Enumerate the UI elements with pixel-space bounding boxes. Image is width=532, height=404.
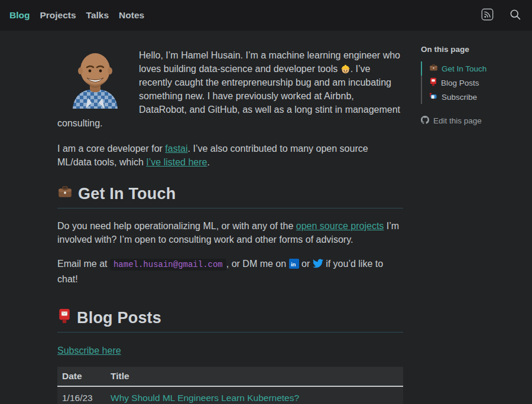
- rss-icon: [481, 8, 494, 23]
- heading-divider: [57, 208, 403, 208]
- subscribe-here-link[interactable]: Subscribe here: [57, 346, 121, 356]
- heading-divider-2: [57, 332, 403, 333]
- post-link-kubernetes[interactable]: Why Should ML Engineers Learn Kubernetes…: [111, 393, 299, 403]
- git-text-1: Do you need help operationalizing ML, or…: [57, 221, 296, 231]
- twitter-icon: [313, 260, 323, 271]
- linkedin-link[interactable]: in: [289, 259, 299, 272]
- open-source-projects-link[interactable]: open source projects: [296, 221, 384, 231]
- postbox-emoji: [429, 77, 437, 88]
- post-date: 1/16/23: [57, 386, 103, 404]
- briefcase-emoji: [57, 184, 73, 204]
- get-in-touch-heading: Get In Touch: [57, 184, 403, 204]
- p2-text-3: .: [207, 157, 209, 167]
- linkedin-icon: in: [289, 260, 299, 271]
- email-text-2: , or DM me on: [226, 259, 289, 269]
- toc-label: Get In Touch: [442, 64, 486, 73]
- nav-item-notes[interactable]: Notes: [119, 10, 144, 21]
- main-content: Hello, I’m Hamel Husain. I’m a machine l…: [57, 31, 403, 404]
- edit-this-page-link[interactable]: Edit this page: [421, 116, 527, 126]
- mailbox-emoji: [429, 92, 438, 102]
- fastai-link[interactable]: fastai: [165, 144, 187, 154]
- twitter-link[interactable]: [313, 258, 323, 272]
- blog-posts-section: Blog Posts Subscribe here Date Title 1/1…: [57, 308, 403, 404]
- email-paragraph: Email me at hamel.husain@gmail.com, or D…: [57, 257, 403, 286]
- profile-photo: [62, 50, 128, 109]
- top-navbar: Blog Projects Talks Notes: [0, 0, 532, 31]
- github-icon: [421, 116, 429, 126]
- search-button[interactable]: [509, 8, 521, 23]
- get-in-touch-title: Get In Touch: [78, 185, 176, 203]
- core-developer-paragraph: I am a core developer for fastai. I’ve a…: [57, 142, 403, 169]
- briefcase-emoji: [429, 63, 438, 74]
- toc-label: Subscribe: [442, 93, 477, 102]
- postbox-emoji: [57, 308, 72, 328]
- rss-button[interactable]: [481, 8, 494, 23]
- search-icon: [509, 8, 521, 23]
- nav-item-blog[interactable]: Blog: [9, 10, 30, 21]
- toc-item-get-in-touch[interactable]: Get In Touch: [421, 61, 527, 76]
- toc-title: On this page: [421, 45, 527, 54]
- table-header-row: Date Title: [57, 367, 403, 386]
- nav-item-projects[interactable]: Projects: [40, 10, 76, 21]
- get-in-touch-section: Get In Touch Do you need help operationa…: [57, 184, 403, 286]
- svg-text:in: in: [291, 261, 296, 268]
- toc-item-blog-posts[interactable]: Blog Posts: [421, 76, 527, 90]
- nav-item-talks[interactable]: Talks: [86, 10, 109, 21]
- listed-here-link[interactable]: I’ve listed here: [146, 157, 207, 167]
- post-title-cell: Why Should ML Engineers Learn Kubernetes…: [103, 386, 403, 404]
- date-column-header: Date: [57, 367, 103, 386]
- table-row: 1/16/23 Why Should ML Engineers Learn Ku…: [57, 386, 403, 404]
- intro-block: Hello, I’m Hamel Husain. I’m a machine l…: [57, 48, 403, 130]
- blog-posts-title: Blog Posts: [77, 309, 161, 327]
- construction-worker-emoji: [340, 62, 351, 76]
- title-column-header: Title: [103, 367, 403, 386]
- blog-posts-table: Date Title 1/16/23 Why Should ML Enginee…: [57, 367, 403, 404]
- email-text-1: Email me at: [57, 259, 110, 269]
- p2-text-1: I am a core developer for: [57, 144, 165, 154]
- toc-label: Blog Posts: [441, 79, 479, 87]
- consulting-paragraph: Do you need help operationalizing ML, or…: [57, 219, 403, 246]
- toc-list: Get In Touch Blog Posts Subscribe: [421, 61, 527, 104]
- email-text-3: or: [299, 259, 313, 269]
- email-address: hamel.husain@gmail.com: [110, 259, 226, 271]
- on-this-page-sidebar: On this page Get In Touch Blog Posts Sub…: [421, 45, 527, 126]
- edit-this-page-label: Edit this page: [433, 116, 482, 125]
- blog-posts-heading: Blog Posts: [57, 308, 403, 328]
- toc-item-subscribe[interactable]: Subscribe: [421, 90, 527, 104]
